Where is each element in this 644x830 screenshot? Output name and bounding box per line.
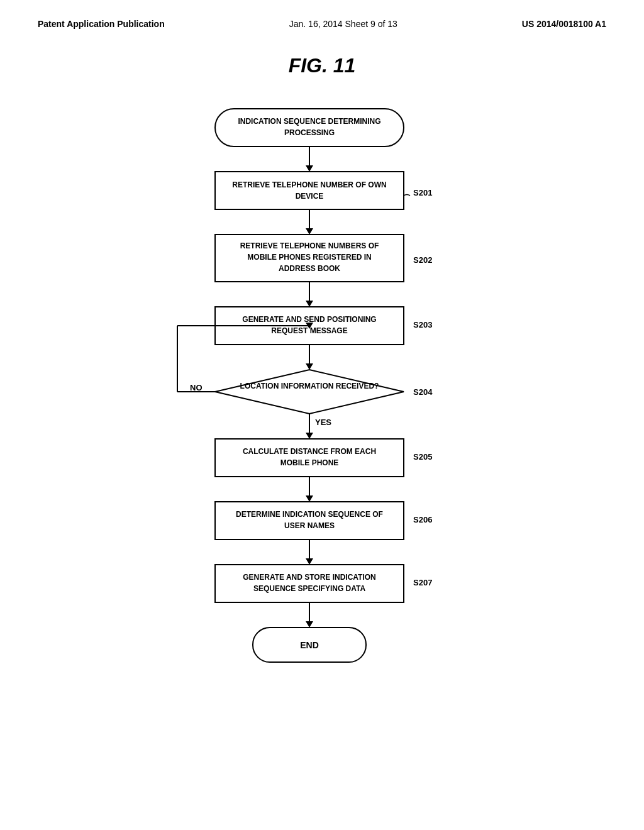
start-label-line2: PROCESSING: [284, 128, 335, 137]
s205-line2: MOBILE PHONE: [280, 458, 339, 467]
svg-marker-27: [306, 621, 313, 628]
header-publication-label: Patent Application Publication: [38, 19, 165, 29]
s204-line1: LOCATION INFORMATION RECEIVED?: [240, 382, 379, 390]
end-label: END: [300, 640, 319, 650]
yes-label: YES: [315, 418, 331, 427]
s207-line2: SEQUENCE SPECIFYING DATA: [253, 584, 366, 593]
s207-label: S207: [413, 578, 432, 587]
page-header: Patent Application Publication Jan. 16, …: [38, 19, 606, 29]
svg-rect-25: [215, 565, 404, 602]
header-date-sheet: Jan. 16, 2014 Sheet 9 of 13: [289, 19, 397, 29]
svg-rect-3: [215, 172, 404, 209]
s202-line3: ADDRESS BOOK: [279, 264, 340, 273]
page: Patent Application Publication Jan. 16, …: [0, 0, 644, 830]
s206-line1: DETERMINE INDICATION SEQUENCE OF: [236, 510, 383, 519]
s207-line1: GENERATE AND STORE INDICATION: [243, 573, 376, 582]
s201-label: S201: [413, 188, 432, 197]
s205-line1: CALCULATE DISTANCE FROM EACH: [243, 447, 376, 456]
no-label: NO: [190, 383, 203, 392]
s203-label: S203: [413, 320, 432, 329]
header-patent-number: US 2014/0018100 A1: [522, 19, 606, 29]
svg-rect-0: [215, 109, 404, 147]
svg-marker-21: [306, 495, 313, 502]
s202-line2: MOBILE PHONES REGISTERED IN: [247, 253, 371, 262]
s203-line1: GENERATE AND SEND POSITIONING: [242, 315, 376, 324]
svg-marker-2: [306, 165, 313, 172]
s201-line1: RETRIEVE TELEPHONE NUMBER OF OWN: [232, 180, 386, 189]
s205-label: S205: [413, 452, 432, 462]
svg-marker-5: [306, 228, 313, 235]
svg-marker-11: [306, 363, 313, 370]
s202-label: S202: [413, 255, 432, 265]
svg-rect-19: [215, 439, 404, 477]
svg-rect-22: [215, 502, 404, 540]
s201-line2: DEVICE: [296, 192, 324, 201]
start-label-line1: INDICATION SEQUENCE DETERMINING: [238, 117, 380, 126]
svg-marker-24: [306, 558, 313, 565]
figure-title: FIG. 11: [38, 54, 606, 77]
svg-marker-12: [215, 370, 404, 414]
s206-line2: USER NAMES: [284, 521, 335, 530]
flowchart-container: INDICATION SEQUENCE DETERMINING PROCESSI…: [133, 102, 511, 734]
svg-marker-8: [306, 301, 313, 307]
svg-marker-18: [306, 433, 313, 439]
s206-label: S206: [413, 515, 432, 524]
s202-line1: RETRIEVE TELEPHONE NUMBERS OF: [240, 241, 379, 250]
flowchart-svg: INDICATION SEQUENCE DETERMINING PROCESSI…: [133, 102, 511, 731]
s204-label: S204: [413, 387, 433, 397]
